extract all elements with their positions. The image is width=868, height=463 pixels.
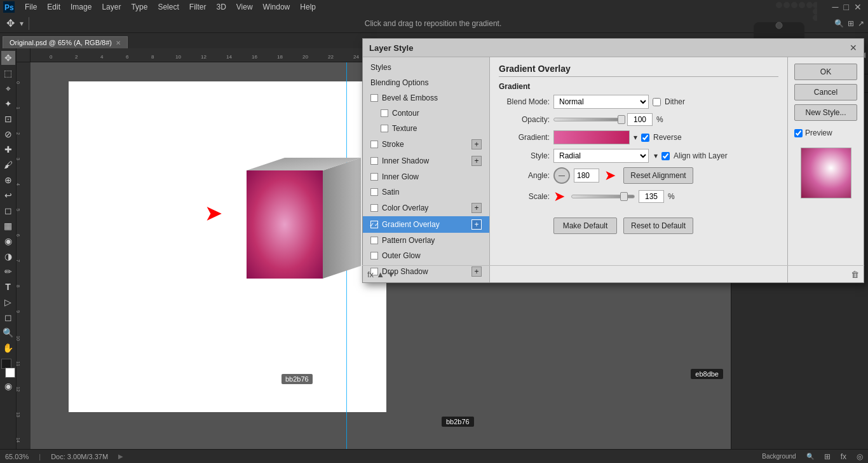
- ok-btn[interactable]: OK: [794, 64, 857, 80]
- quick-mask-mode[interactable]: ◉: [1, 379, 15, 393]
- angle-dial[interactable]: [553, 167, 570, 184]
- sidebar-item-inner-shadow[interactable]: Inner Shadow +: [363, 153, 489, 169]
- sidebar-item-pattern-overlay[interactable]: Pattern Overlay: [363, 233, 489, 248]
- search-icon[interactable]: 🔍: [834, 19, 844, 28]
- fx-button[interactable]: fx: [841, 452, 846, 461]
- menu-filter[interactable]: Filter: [185, 1, 211, 13]
- shape-tool[interactable]: ◻: [1, 310, 15, 324]
- dither-checkbox[interactable]: [653, 98, 661, 106]
- brush-tool[interactable]: 🖌: [1, 158, 15, 172]
- crop-tool[interactable]: ⊡: [1, 112, 15, 126]
- blur-tool[interactable]: ◉: [1, 234, 15, 248]
- sidebar-item-blending[interactable]: Blending Options: [363, 75, 489, 90]
- path-select-tool[interactable]: ▷: [1, 295, 15, 309]
- menu-3d[interactable]: 3D: [212, 1, 230, 13]
- gradient-overlay-checkbox[interactable]: ✓: [370, 221, 378, 228]
- eyedropper-tool[interactable]: ⊘: [1, 127, 15, 141]
- align-layer-checkbox[interactable]: [661, 152, 670, 160]
- sidebar-item-inner-glow[interactable]: Inner Glow: [363, 169, 489, 184]
- window-maximize[interactable]: □: [844, 2, 849, 12]
- zoom-tool[interactable]: 🔍: [1, 326, 15, 340]
- sidebar-down-btn[interactable]: ▼: [387, 270, 395, 279]
- color-overlay-checkbox[interactable]: [370, 204, 378, 212]
- gradient-dropdown-btn[interactable]: ▾: [634, 133, 637, 142]
- sidebar-item-styles[interactable]: Styles: [363, 60, 489, 75]
- sidebar-item-contour[interactable]: Contour: [363, 106, 489, 121]
- heal-tool[interactable]: ✚: [1, 142, 15, 156]
- window-minimize[interactable]: ─: [832, 2, 839, 12]
- magic-wand-tool[interactable]: ✦: [1, 97, 15, 111]
- gradient-tool[interactable]: ▦: [1, 219, 15, 233]
- zoom-in-icon[interactable]: 🔍: [806, 453, 814, 460]
- contour-checkbox[interactable]: [381, 109, 388, 117]
- preview-checkbox[interactable]: [794, 129, 803, 137]
- reverse-checkbox[interactable]: [641, 134, 649, 142]
- document-tab[interactable]: Original.psd @ 65% (A, RGB/8#) ✕: [3, 36, 128, 48]
- stroke-checkbox[interactable]: [370, 141, 378, 148]
- pen-tool[interactable]: ✏: [1, 265, 15, 279]
- blend-mode-select[interactable]: Normal: [553, 95, 649, 109]
- reset-default-btn[interactable]: Reset to Default: [623, 218, 693, 234]
- tab-close-btn[interactable]: ✕: [116, 39, 121, 46]
- inner-shadow-add-btn[interactable]: +: [471, 156, 482, 166]
- bevel-checkbox[interactable]: [370, 94, 378, 102]
- lasso-tool[interactable]: ⌖: [1, 81, 15, 95]
- outer-glow-checkbox[interactable]: [370, 252, 378, 259]
- opacity-slider[interactable]: [553, 118, 623, 121]
- arrange-icon[interactable]: ⊞: [824, 452, 831, 461]
- cancel-btn[interactable]: Cancel: [794, 84, 857, 100]
- style-select[interactable]: Linear Radial Angle Reflected Diamond: [553, 149, 649, 163]
- sidebar-item-bevel[interactable]: Bevel & Emboss: [363, 90, 489, 106]
- clone-tool[interactable]: ⊕: [1, 173, 15, 187]
- scale-slider[interactable]: [571, 195, 635, 198]
- gradient-preview[interactable]: [553, 130, 630, 144]
- workspace-icon[interactable]: ⊞: [848, 19, 854, 28]
- opacity-input[interactable]: 100: [627, 113, 653, 126]
- sidebar-delete-btn[interactable]: 🗑: [851, 270, 859, 279]
- menu-window[interactable]: Window: [259, 1, 295, 13]
- share-icon[interactable]: ↗: [858, 19, 864, 28]
- inner-shadow-checkbox[interactable]: [370, 157, 378, 165]
- new-style-btn[interactable]: New Style...: [794, 104, 857, 121]
- adjust-icon[interactable]: ◎: [857, 452, 863, 461]
- menu-file[interactable]: File: [20, 1, 41, 13]
- fg-bg-colors[interactable]: [1, 359, 15, 378]
- text-tool[interactable]: T: [1, 280, 15, 294]
- select-rect-tool[interactable]: ⬚: [1, 66, 15, 80]
- satin-checkbox[interactable]: [370, 188, 378, 196]
- stroke-add-btn[interactable]: +: [471, 139, 482, 149]
- menu-select[interactable]: Select: [153, 1, 183, 13]
- history-brush-tool[interactable]: ↩: [1, 188, 15, 202]
- inner-glow-checkbox[interactable]: [370, 173, 378, 181]
- menu-type[interactable]: Type: [126, 1, 152, 13]
- menu-view[interactable]: View: [232, 1, 257, 13]
- move-tool-btn[interactable]: ✥: [4, 16, 17, 31]
- sidebar-item-gradient-overlay[interactable]: ✓ Gradient Overlay +: [363, 216, 489, 233]
- pattern-overlay-checkbox[interactable]: [370, 237, 378, 244]
- eraser-tool[interactable]: ◻: [1, 204, 15, 218]
- dodge-tool[interactable]: ◑: [1, 249, 15, 263]
- sidebar-item-color-overlay[interactable]: Color Overlay +: [363, 200, 489, 216]
- sidebar-item-texture[interactable]: Texture: [363, 121, 489, 136]
- window-close[interactable]: ✕: [854, 2, 862, 12]
- menu-image[interactable]: Image: [66, 1, 96, 13]
- reset-alignment-btn[interactable]: Reset Alignment: [623, 167, 693, 184]
- hand-tool[interactable]: ✋: [1, 341, 15, 355]
- bg-color[interactable]: [5, 368, 15, 378]
- move-tool[interactable]: ✥: [1, 51, 15, 65]
- texture-checkbox[interactable]: [381, 125, 388, 132]
- menu-layer[interactable]: Layer: [97, 1, 125, 13]
- fx-icon[interactable]: fx: [367, 270, 374, 279]
- sidebar-item-outer-glow[interactable]: Outer Glow: [363, 248, 489, 263]
- sidebar-item-satin[interactable]: Satin: [363, 184, 489, 200]
- menu-edit[interactable]: Edit: [43, 1, 65, 13]
- color-overlay-add-btn[interactable]: +: [471, 203, 482, 213]
- make-default-btn[interactable]: Make Default: [553, 218, 617, 234]
- scale-input[interactable]: 135: [639, 190, 664, 203]
- sidebar-item-stroke[interactable]: Stroke +: [363, 136, 489, 153]
- menu-help[interactable]: Help: [295, 1, 320, 13]
- dialog-close-btn[interactable]: ✕: [850, 43, 857, 53]
- sidebar-up-btn[interactable]: ▲: [376, 270, 384, 279]
- gradient-overlay-add-btn[interactable]: +: [471, 219, 482, 230]
- statusbar-arrow[interactable]: ▶: [118, 453, 123, 460]
